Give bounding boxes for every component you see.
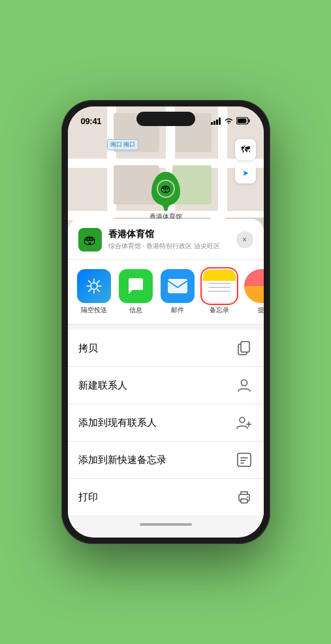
airdrop-label: 隔空投送	[81, 306, 107, 315]
svg-rect-1	[213, 121, 215, 125]
share-apps: 隔空投送 信息	[68, 260, 264, 325]
stadium-pin: 🏟	[151, 172, 180, 206]
home-bar	[140, 523, 192, 526]
battery-icon	[236, 117, 251, 125]
phone-frame: 09:41	[61, 100, 270, 544]
svg-rect-13	[238, 453, 251, 466]
svg-rect-3	[219, 118, 221, 125]
mail-icon	[161, 269, 195, 303]
svg-rect-6	[237, 119, 246, 123]
south-gate-label: 南口 南口	[107, 139, 139, 150]
svg-rect-10	[241, 342, 249, 352]
svg-rect-2	[216, 120, 218, 125]
person-icon	[235, 376, 253, 394]
svg-rect-0	[211, 122, 213, 125]
close-button[interactable]: ×	[236, 231, 253, 248]
print-icon	[235, 488, 253, 506]
action-new-contact[interactable]: 新建联系人	[68, 367, 264, 404]
venue-name: 香港体育馆	[108, 229, 230, 240]
home-indicator	[68, 518, 264, 531]
phone-screen: 09:41	[68, 106, 264, 538]
app-item-mail[interactable]: 邮件	[159, 269, 196, 315]
venue-icon: 🏟	[78, 228, 102, 251]
person-add-icon	[235, 413, 253, 432]
app-item-messages[interactable]: 信息	[118, 269, 154, 315]
signal-icon	[211, 118, 221, 125]
action-copy-label: 拷贝	[78, 342, 98, 355]
svg-point-12	[240, 417, 245, 423]
action-add-existing-label: 添加到现有联系人	[78, 417, 157, 429]
more-label: 提	[258, 306, 264, 315]
action-new-contact-label: 新建联系人	[78, 379, 127, 392]
messages-icon	[119, 269, 153, 303]
messages-label: 信息	[129, 306, 142, 315]
mail-label: 邮件	[171, 306, 184, 315]
venue-info: 香港体育馆 综合体育馆 · 香港特别行政区 油尖旺区	[108, 229, 230, 251]
notes-lines-decoration	[208, 283, 230, 292]
venue-header: 🏟 香港体育馆 综合体育馆 · 香港特别行政区 油尖旺区 ×	[68, 219, 264, 260]
app-item-notes[interactable]: 备忘录	[201, 269, 238, 315]
action-list: 拷贝 新建联系人	[68, 330, 264, 515]
action-print-label: 打印	[78, 491, 98, 504]
map-location-button[interactable]: ➤	[235, 163, 256, 184]
map-controls: 🗺 ➤	[235, 139, 256, 186]
action-add-quick-note[interactable]: 添加到新快速备忘录	[68, 442, 264, 479]
stadium-pin-inner: 🏟	[157, 180, 175, 198]
notes-label: 备忘录	[210, 306, 229, 315]
wifi-icon	[224, 118, 234, 125]
svg-rect-8	[168, 279, 187, 293]
svg-point-16	[247, 496, 248, 498]
svg-point-11	[241, 380, 247, 386]
app-item-more[interactable]: 提	[243, 269, 264, 315]
app-item-airdrop[interactable]: 隔空投送	[76, 269, 112, 315]
note-add-icon	[235, 451, 253, 469]
more-icon	[244, 269, 264, 303]
action-copy[interactable]: 拷贝	[68, 330, 264, 367]
airdrop-icon	[77, 269, 111, 303]
copy-icon	[235, 339, 253, 357]
notes-icon	[202, 269, 236, 303]
svg-rect-15	[241, 499, 247, 503]
action-add-existing-contact[interactable]: 添加到现有联系人	[68, 404, 264, 442]
apps-row: 隔空投送 信息	[76, 269, 256, 315]
dynamic-island	[136, 112, 195, 126]
action-add-quick-note-label: 添加到新快速备忘录	[78, 454, 166, 466]
stadium-marker: 🏟 香港体育馆	[150, 172, 182, 221]
action-print[interactable]: 打印	[68, 479, 264, 515]
status-icons	[211, 117, 251, 125]
svg-rect-5	[248, 120, 249, 123]
bottom-sheet: 🏟 香港体育馆 综合体育馆 · 香港特别行政区 油尖旺区 ×	[68, 219, 264, 538]
map-layers-button[interactable]: 🗺	[235, 139, 256, 160]
venue-description: 综合体育馆 · 香港特别行政区 油尖旺区	[108, 242, 230, 251]
status-time: 09:41	[81, 116, 102, 126]
svg-point-7	[91, 283, 97, 289]
